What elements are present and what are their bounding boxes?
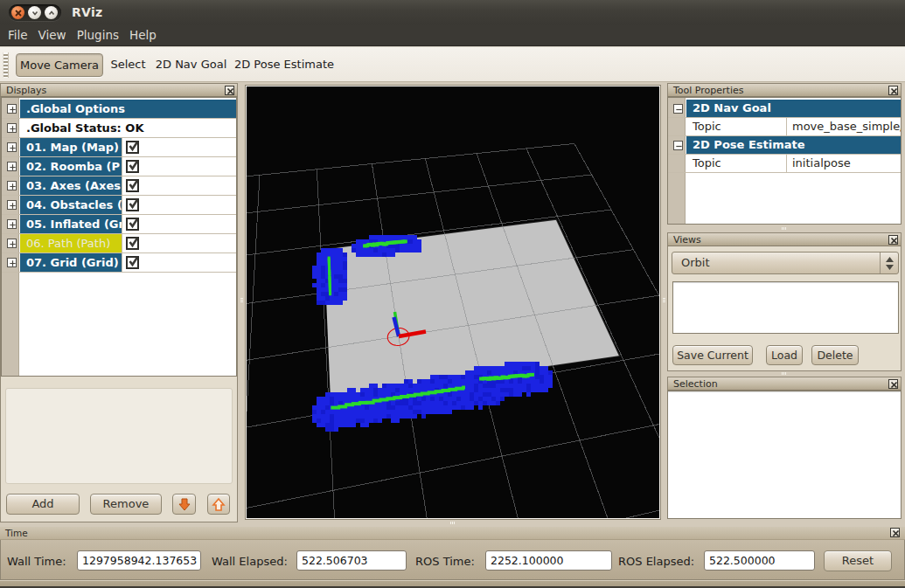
add-display-button[interactable]: Add	[6, 494, 80, 515]
inflated-obstacle-cell	[373, 384, 378, 388]
inflated-obstacle-cell	[465, 392, 470, 397]
time-close-button[interactable]	[890, 528, 900, 537]
time-field-input[interactable]: 522.500000	[704, 550, 815, 571]
displays-row[interactable]: 06. Path (Path)	[2, 234, 236, 253]
display-enabled-checkbox[interactable]	[126, 141, 139, 154]
displays-row[interactable]: 07. Grid (Grid)	[2, 253, 236, 273]
tree-expander[interactable]	[7, 200, 17, 210]
render-viewport[interactable]	[247, 86, 659, 518]
inflated-obstacle-cell	[330, 401, 334, 405]
property-value[interactable]: move_base_simple/goal	[786, 118, 901, 136]
tool-2d-pose-estimate[interactable]: 2D Pose Estimate	[232, 53, 337, 77]
tool-properties-header[interactable]: Tool Properties	[667, 83, 902, 97]
menu-plugins[interactable]: Plugins	[72, 24, 124, 46]
tool-move-camera[interactable]: Move Camera	[16, 53, 103, 77]
display-enabled-checkbox[interactable]	[126, 256, 139, 269]
displays-row[interactable]: 05. Inflated (Gr	[2, 215, 236, 234]
saved-views-list[interactable]	[672, 281, 899, 334]
displays-row[interactable]: 03. Axes (Axes	[2, 176, 236, 196]
inflated-obstacle-cell	[317, 419, 321, 423]
displays-row[interactable]: 04. Obstacles (	[2, 196, 236, 215]
time-panel-header[interactable]: Time	[0, 527, 905, 540]
tree-expander[interactable]	[7, 123, 17, 133]
tree-expander[interactable]	[7, 219, 17, 229]
splitter-right[interactable]	[661, 83, 667, 522]
inflated-obstacle-cell	[470, 397, 474, 401]
load-button[interactable]: Load	[766, 345, 803, 365]
inflated-obstacle-cell	[338, 419, 343, 423]
views-close-button[interactable]	[888, 235, 898, 245]
displays-row[interactable]: .Global Options	[2, 100, 236, 119]
remove-display-button[interactable]: Remove	[90, 494, 162, 515]
splitter-bottom[interactable]	[245, 520, 661, 527]
property-value[interactable]: initialpose	[786, 155, 901, 173]
delete-button[interactable]: Delete	[811, 345, 859, 365]
inflated-obstacle-cell	[321, 301, 325, 305]
window-minimize-button[interactable]	[28, 6, 41, 19]
inflated-obstacle-cell	[356, 397, 360, 401]
time-field-input[interactable]: 1297958942.137653	[77, 550, 201, 571]
tree-expander[interactable]	[7, 142, 17, 152]
display-name: .Global Options	[20, 100, 236, 119]
inflated-obstacle-cell	[500, 366, 505, 370]
selection-close-button[interactable]	[888, 379, 898, 389]
inflated-obstacle-cell	[330, 423, 334, 427]
inflated-obstacle-cell	[421, 401, 426, 405]
inflated-obstacle-cell	[338, 296, 343, 301]
toolbar-grip[interactable]	[3, 52, 9, 78]
move-down-button[interactable]	[172, 494, 196, 515]
inflated-obstacle-cell	[365, 392, 369, 397]
selection-panel-header[interactable]: Selection	[667, 377, 902, 391]
display-enabled-checkbox[interactable]	[126, 179, 139, 192]
display-enabled-checkbox[interactable]	[126, 160, 139, 173]
tool-properties-row[interactable]: Topicmove_base_simple/goal	[668, 118, 901, 136]
inflated-obstacle-cell	[373, 419, 378, 423]
inflated-obstacle-cell	[465, 379, 470, 384]
tree-expander[interactable]	[7, 258, 17, 267]
displays-close-button[interactable]	[225, 86, 234, 95]
tool-properties-row[interactable]: 2D Pose Estimate	[668, 136, 901, 155]
time-field-input[interactable]: 522.506703	[296, 550, 407, 571]
views-panel-header[interactable]: Views	[667, 232, 902, 246]
save-current-button[interactable]: Save Current	[672, 345, 753, 365]
camera-type-select[interactable]: Orbit	[672, 252, 899, 274]
window-close-button[interactable]	[11, 6, 24, 19]
menu-view[interactable]: View	[33, 24, 72, 46]
inflated-obstacle-cell	[426, 397, 430, 401]
splitter-tp-views[interactable]	[667, 225, 902, 232]
tool-properties-row[interactable]: 2D Nav Goal	[668, 100, 901, 118]
inflated-obstacle-cell	[474, 388, 478, 392]
inflated-obstacle-cell	[325, 414, 330, 419]
display-enabled-checkbox[interactable]	[126, 198, 139, 211]
tool-properties-row[interactable]: Topicinitialpose	[668, 155, 901, 173]
menu-file[interactable]: File	[3, 24, 33, 46]
tool-properties-close-button[interactable]	[888, 86, 898, 95]
splitter-left[interactable]	[238, 83, 245, 522]
menu-help[interactable]: Help	[124, 24, 162, 46]
inflated-obstacle-cell	[518, 366, 522, 370]
displays-row[interactable]: .Global Status: OK	[2, 119, 236, 138]
tree-expander[interactable]	[7, 181, 17, 190]
inflated-obstacle-cell	[456, 379, 461, 384]
inflated-obstacle-cell	[448, 379, 452, 384]
tree-expander[interactable]	[673, 141, 683, 150]
reset-button[interactable]: Reset	[824, 550, 892, 571]
window-maximize-button[interactable]	[45, 6, 58, 19]
inflated-obstacle-cell	[338, 261, 343, 266]
inflated-obstacle-cell	[526, 379, 531, 384]
tool-2d-nav-goal[interactable]: 2D Nav Goal	[150, 53, 232, 77]
move-up-button[interactable]	[207, 494, 230, 515]
inflated-obstacle-cell	[408, 410, 413, 414]
tree-expander[interactable]	[7, 162, 17, 171]
tree-expander[interactable]	[7, 239, 17, 248]
tree-expander[interactable]	[673, 104, 683, 114]
tree-expander[interactable]	[7, 104, 17, 114]
displays-row[interactable]: 02. Roomba (P	[2, 157, 236, 176]
display-enabled-checkbox[interactable]	[126, 237, 139, 250]
displays-panel-header[interactable]: Displays	[0, 83, 238, 97]
display-enabled-checkbox[interactable]	[126, 218, 139, 231]
time-field-input[interactable]: 2252.100000	[485, 550, 612, 571]
displays-row[interactable]: 01. Map (Map)	[2, 138, 236, 157]
inflated-obstacle-cell	[509, 384, 513, 388]
tool-select[interactable]: Select	[106, 53, 150, 77]
